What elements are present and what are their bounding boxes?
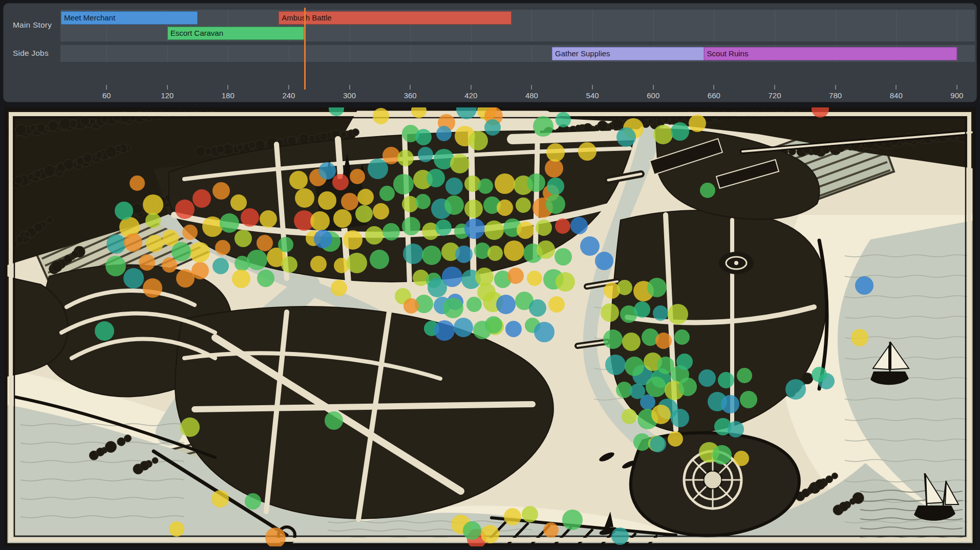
event-dot (468, 131, 488, 150)
gridline (531, 45, 532, 62)
gridline (836, 10, 836, 41)
quest-bar-gather-supplies[interactable]: Gather Supplies (552, 47, 704, 60)
event-dot (212, 258, 229, 274)
event-dot (556, 272, 575, 292)
axis-tick (227, 85, 228, 90)
event-dot (232, 270, 250, 288)
event-dot (734, 451, 749, 466)
event-dot (106, 234, 126, 254)
event-dot (245, 493, 261, 510)
event-dot (415, 194, 431, 209)
event-dot (257, 235, 273, 251)
event-dot (533, 116, 553, 137)
event-dot (124, 233, 142, 252)
event-dot (740, 391, 757, 408)
tree-blob (815, 479, 825, 490)
event-dot (182, 225, 198, 240)
tree-blob (216, 145, 224, 153)
event-dot (143, 194, 163, 215)
axis-tick (471, 85, 472, 90)
event-dot (455, 246, 473, 263)
event-dot (668, 431, 683, 447)
gridline (653, 10, 654, 41)
event-dot (403, 244, 423, 264)
event-dot (785, 379, 806, 400)
event-dot (172, 242, 191, 261)
event-dot (481, 525, 499, 543)
event-dot (616, 127, 636, 147)
event-dot (230, 194, 247, 211)
quest-bar-ambush-battle[interactable]: Ambush Battle (279, 11, 512, 25)
tree-blob (248, 142, 255, 149)
event-dot (630, 384, 645, 399)
event-dot (545, 159, 563, 178)
gridline (775, 10, 775, 41)
tree-blob (115, 146, 121, 152)
quest-bar-escort-caravan[interactable]: Escort Caravan (167, 27, 304, 40)
axis-tick (956, 85, 957, 90)
tree-blob (105, 146, 117, 158)
event-dot (355, 205, 373, 223)
event-dot (247, 250, 267, 270)
event-dot (655, 333, 672, 349)
event-dot (332, 174, 349, 190)
event-dot (278, 237, 293, 252)
tree-blob (255, 140, 265, 150)
event-dot (676, 354, 693, 370)
event-dot (314, 230, 332, 248)
row-label-main-story: Main Story (13, 20, 52, 30)
axis-tick-label: 60 (94, 91, 119, 100)
event-dot (143, 278, 162, 298)
tree-blob (807, 486, 815, 493)
playhead[interactable] (304, 8, 306, 90)
event-dot (546, 143, 565, 162)
quest-bar-scout-ruins[interactable]: Scout Ruins (704, 47, 957, 60)
quest-timeline-panel: Main Story Side Jobs Meet MerchantAmbush… (3, 3, 977, 102)
event-dot (289, 171, 308, 189)
event-dot (570, 217, 588, 234)
event-dot (601, 303, 619, 322)
event-dot (578, 142, 596, 161)
tree-blob (152, 457, 158, 464)
event-dot (318, 162, 336, 180)
event-dot (647, 278, 667, 297)
event-dot (517, 222, 534, 239)
map-viewport (4, 107, 976, 546)
event-dot (146, 235, 163, 252)
event-dot (812, 367, 827, 382)
event-dot (650, 436, 666, 452)
timeline-track-main-story: Meet MerchantAmbush BattleEscort Caravan (60, 10, 975, 41)
event-dot (257, 270, 274, 287)
event-dot (653, 125, 673, 144)
event-dot (310, 211, 330, 231)
event-dot (851, 329, 868, 346)
event-dot (605, 355, 626, 375)
tree-blob (72, 251, 79, 258)
event-dot (397, 150, 414, 166)
gridline (471, 45, 472, 62)
event-dot (855, 276, 874, 295)
tree-blob (63, 159, 74, 169)
event-dot (202, 216, 223, 237)
quest-bar-meet-merchant[interactable]: Meet Merchant (61, 11, 198, 25)
axis-tick (835, 85, 836, 90)
tree-blob (124, 435, 131, 442)
event-dot (123, 268, 144, 289)
tree-blob (340, 131, 347, 138)
tree-blob (64, 255, 72, 263)
tree-blob (59, 118, 71, 129)
event-dot (241, 208, 259, 227)
event-dot (260, 210, 277, 228)
event-dot (193, 189, 211, 208)
event-dot (370, 250, 389, 269)
event-dot (403, 298, 419, 314)
axis-tick (713, 85, 714, 90)
tree-blob (319, 133, 328, 141)
axis-tick-label: 180 (216, 91, 240, 100)
event-dot (373, 108, 389, 124)
tree-blob (90, 119, 96, 125)
tree-blob (612, 118, 623, 129)
event-dot (382, 147, 400, 164)
event-dot (478, 179, 493, 194)
event-dot (527, 173, 545, 192)
